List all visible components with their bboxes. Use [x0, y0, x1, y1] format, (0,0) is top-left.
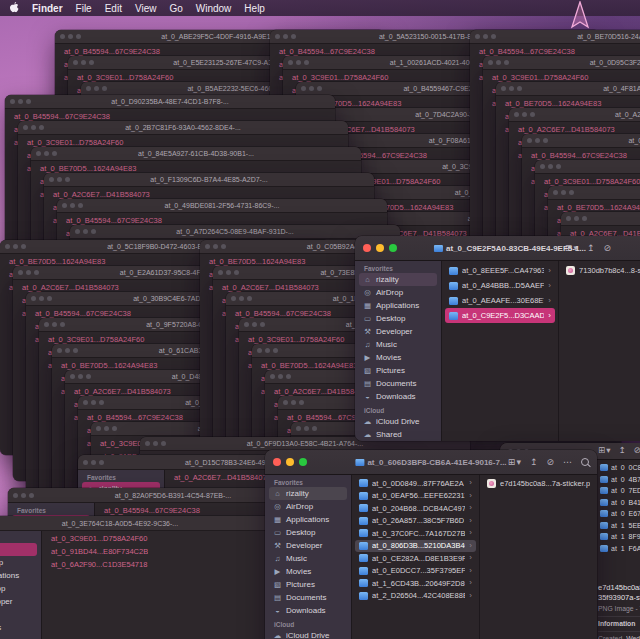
title-bar[interactable]: at_0_49BDE081-2F56-4731-86C9-... [57, 199, 387, 213]
close-button[interactable] [62, 203, 67, 208]
zoom-button[interactable] [273, 348, 278, 353]
window-controls[interactable] [70, 374, 91, 379]
background-window[interactable]: at_0_3E764C18-A0D5-4E92-9C36-...Favorite… [0, 516, 285, 639]
close-button[interactable] [31, 296, 36, 301]
minimize-button[interactable] [153, 441, 158, 446]
close-button[interactable] [13, 493, 18, 498]
close-button[interactable] [283, 400, 288, 405]
close-button[interactable] [540, 164, 545, 169]
minimize-button[interactable] [574, 216, 579, 221]
sidebar-item-home[interactable]: ⌂rizality [0, 543, 37, 556]
close-button[interactable] [244, 322, 249, 327]
file-row[interactable]: at_0_0D0849...87F76AE2A› [355, 477, 476, 490]
close-button[interactable] [44, 322, 49, 327]
title-bar[interactable]: at_0_BE70D516-24A9-4E83-B047-... [470, 30, 640, 44]
minimize-button[interactable] [522, 112, 527, 117]
window-controls[interactable] [527, 138, 548, 143]
window-controls[interactable] [145, 441, 166, 446]
window-controls[interactable] [83, 460, 104, 465]
file-row[interactable]: at_0_26A857...38C5F7B6D› [355, 515, 476, 528]
window-controls[interactable] [273, 458, 307, 466]
close-button[interactable] [86, 86, 91, 91]
share-icon[interactable]: ↥ [530, 458, 538, 467]
minimize-button[interactable] [309, 86, 314, 91]
sidebar-item-downloads[interactable]: ◒Downloads [359, 390, 437, 403]
close-button[interactable] [23, 125, 28, 130]
menu-item-file[interactable]: File [76, 3, 92, 14]
tag-icon[interactable]: ⊘ [546, 458, 554, 467]
window-controls[interactable] [231, 296, 252, 301]
zoom-button[interactable] [286, 374, 291, 379]
zoom-button[interactable] [86, 374, 91, 379]
view-options-icon[interactable]: ⊞ ▾ [508, 458, 521, 467]
close-button[interactable] [501, 86, 506, 91]
window-controls[interactable] [566, 216, 587, 221]
window-controls[interactable] [288, 60, 309, 65]
file-row[interactable]: at_0_37C0FC...7A167D27BDA› [355, 527, 476, 540]
sidebar-item-movies[interactable]: ▶Movies [269, 565, 347, 578]
zoom-button[interactable] [76, 34, 81, 39]
minimize-button[interactable] [286, 458, 294, 466]
zoom-button[interactable] [221, 244, 226, 249]
sidebar-item-home[interactable]: ⌂rizality [359, 273, 437, 286]
minimize-button[interactable] [52, 322, 57, 327]
sidebar-item-icloud-drive[interactable]: ☁iCloud Drive [359, 415, 437, 428]
file-row[interactable]: at_0_4B7F43... [598, 474, 640, 486]
share-icon[interactable]: ↥ [618, 446, 625, 455]
sidebar-item-pictures[interactable]: ▧Pictures [269, 578, 347, 591]
close-button[interactable] [83, 460, 88, 465]
zoom-button[interactable] [504, 60, 509, 65]
window-controls[interactable] [540, 164, 561, 169]
window-controls[interactable] [73, 60, 94, 65]
minimize-button[interactable] [91, 460, 96, 465]
title-bar[interactable]: at_0_C9E2F5A0-83CB-49E4-9EF5-1... ⊞ ▾ ↥ … [355, 236, 640, 261]
view-options-icon[interactable]: ⊞ ▾ [598, 446, 610, 455]
menu-item-go[interactable]: Go [169, 3, 182, 14]
file-row[interactable]: 7130db7b8c4...8-sticker.png [562, 263, 640, 278]
close-button[interactable] [566, 216, 571, 221]
file-row[interactable]: at_0_E0DCC7...35F3795EF64› [355, 565, 476, 578]
zoom-button[interactable] [102, 86, 107, 91]
sidebar-item-movies[interactable]: ▶Movies [0, 621, 37, 634]
zoom-button[interactable] [26, 99, 31, 104]
window-controls[interactable] [5, 244, 26, 249]
close-button[interactable] [73, 60, 78, 65]
minimize-button[interactable] [83, 229, 88, 234]
sidebar-item-developer[interactable]: ⚒Developer [269, 539, 347, 552]
close-button[interactable] [145, 441, 150, 446]
window-controls[interactable] [57, 348, 78, 353]
close-button[interactable] [57, 348, 62, 353]
share-icon[interactable]: ↥ [587, 244, 595, 253]
sidebar-item-icloud-drive[interactable]: ☁iCloud Drive [269, 629, 347, 639]
title-bar[interactable]: at_0_3E764C18-A0D5-4E92-9C36-... [0, 516, 285, 531]
title-bar[interactable]: at_0_A2C6E7D4-1B58-4073-BD2A-... [509, 108, 640, 122]
menu-item-finder[interactable]: Finder [32, 3, 63, 14]
title-bar[interactable]: at_0_C3F7249A-70D6-4815-9B02-... [535, 160, 640, 174]
zoom-button[interactable] [234, 270, 239, 275]
close-button[interactable] [231, 296, 236, 301]
window-controls[interactable] [218, 270, 239, 275]
close-button[interactable] [288, 60, 293, 65]
file-row[interactable]: e7d145bc0a8...7a-sticker.png [483, 477, 594, 490]
window-controls[interactable] [514, 112, 535, 117]
window-controls[interactable] [31, 296, 52, 301]
window-controls[interactable] [60, 34, 81, 39]
title-bar[interactable]: at_0_1E60B8D5-A392-4F47-83CA-... [548, 186, 640, 200]
minimize-button[interactable] [13, 244, 18, 249]
close-button[interactable] [18, 270, 23, 275]
sidebar-item-pictures[interactable]: ▧Pictures [359, 364, 437, 377]
zoom-button[interactable] [89, 60, 94, 65]
close-button[interactable] [70, 374, 75, 379]
close-button[interactable] [218, 270, 223, 275]
close-button[interactable] [270, 374, 275, 379]
sidebar-item-desktop[interactable]: ▭Desktop [0, 582, 37, 595]
zoom-button[interactable] [161, 441, 166, 446]
zoom-button[interactable] [52, 151, 57, 156]
close-button[interactable] [514, 112, 519, 117]
minimize-button[interactable] [65, 348, 70, 353]
zoom-button[interactable] [543, 138, 548, 143]
title-bar[interactable]: at_0_606D3BF8-CB6A-41E4-9016-7... ⊞ ▾ ↥ … [265, 450, 597, 475]
window-controls[interactable] [488, 60, 509, 65]
file-row[interactable]: at_2_D26504...42C408E88E› [355, 590, 476, 603]
window-controls[interactable] [270, 374, 291, 379]
